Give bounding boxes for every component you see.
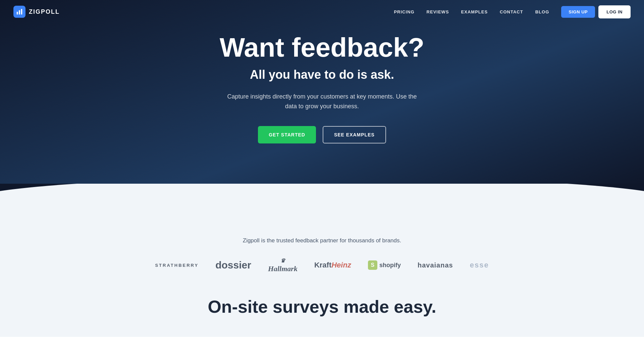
get-started-button[interactable]: GET STARTED [258, 126, 316, 143]
nav-examples[interactable]: EXAMPLES [461, 9, 488, 14]
hero-section: Want feedback? All you have to do is ask… [0, 0, 644, 184]
kraft-text: Kraft [314, 261, 331, 269]
svg-rect-1 [19, 10, 20, 14]
logo[interactable]: ZIGPOLL [13, 6, 60, 18]
shopify-text: shopify [379, 262, 401, 269]
brand-kraft-heinz: KraftHeinz [314, 261, 351, 269]
login-button[interactable]: LOG IN [598, 5, 631, 18]
nav-reviews[interactable]: REVIEWS [427, 9, 449, 14]
brand-strathberry: STRATHBERRY [155, 263, 199, 268]
svg-rect-2 [21, 9, 22, 15]
brands-logos: STRATHBERRY dossier ♛ Hallmark KraftHein… [13, 257, 631, 273]
nav-pricing[interactable]: PRICING [394, 9, 414, 14]
brand-shopify: S shopify [368, 260, 401, 270]
navbar: ZIGPOLL PRICING REVIEWS EXAMPLES CONTACT… [0, 0, 644, 23]
nav-blog[interactable]: BLOG [535, 9, 549, 14]
svg-rect-0 [17, 12, 18, 14]
logo-svg [16, 8, 23, 15]
hero-subtitle: All you have to do is ask. [250, 68, 394, 82]
brands-tagline: Zigpoll is the trusted feedback partner … [13, 237, 631, 244]
brand-dossier: dossier [215, 259, 251, 271]
logo-icon [13, 6, 25, 18]
brand-esse: esse [470, 261, 489, 269]
logo-text: ZIGPOLL [29, 8, 60, 15]
hallmark-crown: ♛ [280, 257, 285, 264]
wave-divider [0, 184, 644, 217]
heinz-text: Heinz [331, 261, 351, 269]
signup-button[interactable]: SIGN UP [561, 6, 595, 18]
hero-description: Capture insights directly from your cust… [221, 92, 423, 111]
hero-title: Want feedback? [220, 34, 424, 62]
onsite-section: On-site surveys made easy. [0, 290, 644, 337]
nav-contact[interactable]: CONTACT [500, 9, 523, 14]
brands-section: Zigpoll is the trusted feedback partner … [0, 217, 644, 290]
nav-links: PRICING REVIEWS EXAMPLES CONTACT BLOG [394, 9, 549, 14]
see-examples-button[interactable]: SEE EXAMPLES [323, 126, 386, 143]
onsite-title: On-site surveys made easy. [13, 297, 631, 317]
brand-hallmark: ♛ Hallmark [268, 257, 298, 273]
hero-buttons: GET STARTED SEE EXAMPLES [258, 126, 386, 143]
hallmark-text: Hallmark [268, 264, 298, 273]
brand-havaianas: havaianas [418, 261, 453, 269]
shopify-bag-icon: S [368, 260, 377, 270]
